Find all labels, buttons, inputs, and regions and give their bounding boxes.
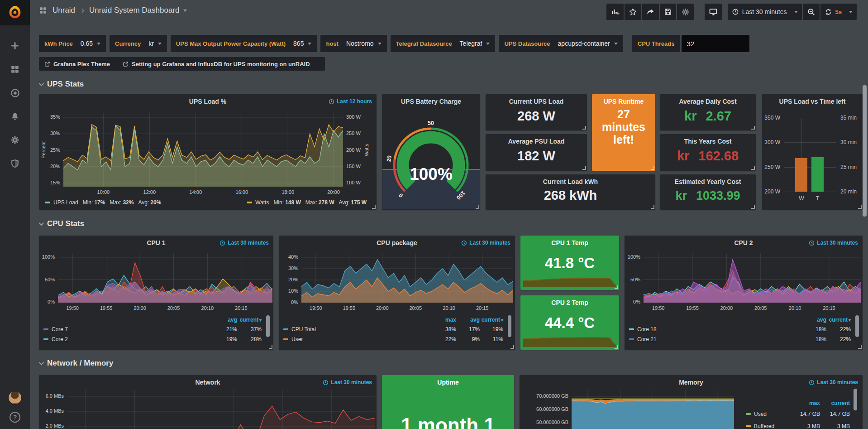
dashboard-settings-button[interactable]	[677, 4, 694, 20]
clock-icon	[329, 99, 334, 105]
zoom-out-icon	[807, 8, 816, 16]
legend-sort-current[interactable]: current▾	[237, 317, 262, 323]
legend-series-toggle[interactable]: CPU Total	[283, 326, 433, 333]
apps-grid-icon[interactable]	[39, 6, 47, 14]
panel-title[interactable]: UPS Battery Charge	[382, 98, 480, 105]
panel-uptime: Uptime 1 month 1	[382, 375, 514, 429]
variable-host[interactable]: host Nostromo	[320, 35, 386, 52]
legend-sort-avg[interactable]: avg	[213, 317, 237, 323]
x-axis-tick: 12:00	[137, 189, 162, 195]
legend-sort-max[interactable]: max	[433, 317, 456, 323]
link-grafana-plex-theme[interactable]: Grafana Plex Theme	[44, 61, 110, 67]
cycle-view-button[interactable]	[705, 4, 722, 20]
legend-swatch-icon	[283, 328, 288, 330]
panel-title[interactable]: UPS Runtime	[592, 98, 655, 105]
variable-ups-datasource[interactable]: UPS Datasource apcupsd-container	[499, 35, 623, 52]
time-override-badge: Last 30 minutes	[219, 240, 269, 246]
bar-T[interactable]	[811, 157, 824, 192]
nav-actions: Last 30 minutes 5s	[606, 4, 857, 20]
panel-title[interactable]: Average Daily Cost	[660, 98, 756, 105]
chart-plot-area[interactable]	[63, 113, 343, 187]
panel-title[interactable]: UPS Load vs Time left	[762, 98, 863, 105]
panel-title[interactable]: Estimated Yearly Cost	[660, 178, 756, 185]
share-button[interactable]	[642, 4, 659, 20]
legend-swatch-icon	[43, 338, 48, 340]
legend-series-toggle[interactable]: User	[283, 336, 433, 342]
panel-title[interactable]: Average PSU Load	[486, 138, 587, 145]
legend-item[interactable]: UPS LoadMin:17%Max:32%Avg:20%	[45, 199, 166, 206]
panel-cpu-1-temp: CPU 1 Temp 41.8 °C	[520, 236, 619, 290]
add-panel-button[interactable]	[606, 4, 624, 20]
legend-series-toggle[interactable]: Buffered	[746, 423, 790, 429]
save-button[interactable]	[660, 4, 676, 20]
legend-scrollbar[interactable]	[266, 315, 270, 337]
x-axis-tick: 19:55	[680, 305, 705, 311]
chart-plot-area[interactable]	[644, 253, 861, 303]
clock-icon	[809, 240, 815, 246]
chart-plot-area[interactable]	[58, 253, 272, 303]
chart-plot-area[interactable]	[301, 253, 513, 303]
chevron-down-icon[interactable]	[183, 10, 187, 12]
legend-scrollbar[interactable]	[854, 389, 857, 410]
chart-plot-area[interactable]	[572, 390, 734, 429]
chart-plot-area[interactable]	[67, 390, 375, 429]
legend-series-toggle[interactable]: Core 18	[629, 326, 802, 333]
bar-W[interactable]	[795, 158, 807, 192]
gear-icon	[10, 135, 20, 145]
create-plus-button[interactable]	[7, 38, 23, 53]
legend-sort-max[interactable]: max	[790, 400, 820, 406]
zoom-out-button[interactable]	[803, 4, 820, 20]
y2-axis-tick: 30 min	[840, 139, 857, 145]
panel-title[interactable]: Current Load kWh	[486, 178, 655, 185]
legend-series-toggle[interactable]: Core 7	[43, 326, 213, 333]
variable-kwh-price[interactable]: kWh Price 0.65	[39, 35, 106, 52]
y2-axis-tick: 35 min	[840, 115, 857, 121]
y-axis-tick: 100%	[42, 254, 55, 260]
section-ups-stats[interactable]: UPS Stats	[39, 80, 84, 89]
section-cpu-stats[interactable]: CPU Stats	[39, 219, 84, 228]
section-network-memory[interactable]: Network / Memory	[39, 359, 113, 368]
panel-title[interactable]: UPS Load %	[39, 98, 377, 105]
legend-series-toggle[interactable]: Used	[746, 411, 790, 417]
panel-title[interactable]: Uptime	[382, 379, 514, 386]
panel-title[interactable]: Current UPS Load	[486, 98, 587, 105]
legend-sort-current[interactable]: current▾	[480, 317, 503, 323]
page-scrollbar[interactable]	[863, 85, 867, 217]
server-admin-button[interactable]	[7, 156, 23, 171]
legend-scrollbar[interactable]	[508, 315, 511, 337]
explore-button[interactable]	[7, 85, 23, 101]
breadcrumb-app[interactable]: Unraid	[52, 6, 75, 15]
variable-cpu-threads: CPU Threads	[627, 35, 750, 52]
legend-scrollbar[interactable]	[855, 315, 859, 337]
time-override-badge: Last 12 hours	[329, 98, 372, 105]
panel-cpu-2: CPU 2 Last 30 minutes 100%50%0%19:5019:5…	[625, 236, 863, 350]
legend-series-toggle[interactable]: Core 2	[43, 336, 213, 342]
grafana-logo[interactable]	[0, 0, 30, 25]
help-button[interactable]: ?	[10, 412, 20, 423]
legend-sort-current[interactable]: current	[820, 400, 850, 406]
legend-sort-avg[interactable]: avg	[456, 317, 480, 323]
legend-item[interactable]: WattsMin:148 WMax:278 WAvg:175 W	[247, 199, 371, 206]
dashboard-title[interactable]: Unraid System Dashboard	[89, 6, 179, 15]
variable-telegraf-datasource[interactable]: Telegraf Datasource Telegraf	[391, 35, 496, 52]
configuration-button[interactable]	[7, 132, 23, 148]
panel-title[interactable]: This Years Cost	[660, 138, 756, 145]
legend-sort-avg[interactable]: avg	[802, 317, 826, 323]
y-axis-tick: 50.000000 GB	[536, 419, 568, 425]
alerting-button[interactable]	[7, 109, 23, 124]
cpu-threads-input[interactable]	[682, 35, 749, 52]
user-avatar[interactable]	[8, 391, 22, 405]
star-button[interactable]	[625, 4, 641, 20]
variable-currency[interactable]: Currency kr	[110, 35, 167, 52]
variable-ups-max-output[interactable]: UPS Max Output Power Capacity (Watt) 865	[171, 35, 317, 52]
panel-title[interactable]: CPU 1 Temp	[520, 239, 619, 246]
refresh-button[interactable]: 5s	[820, 4, 857, 20]
time-range-picker[interactable]: Last 30 minutes	[728, 4, 802, 20]
legend-sort-current[interactable]: current▾	[826, 317, 851, 323]
dashboards-button[interactable]	[7, 62, 23, 77]
chevron-down-icon	[794, 11, 798, 13]
refresh-interval-label[interactable]: 5s	[835, 9, 842, 15]
panel-title[interactable]: CPU 2 Temp	[520, 299, 619, 306]
legend-series-toggle[interactable]: Core 21	[629, 336, 802, 342]
link-ups-monitoring-guide[interactable]: Setting up Grafana and InfluxDB for UPS …	[123, 61, 310, 67]
